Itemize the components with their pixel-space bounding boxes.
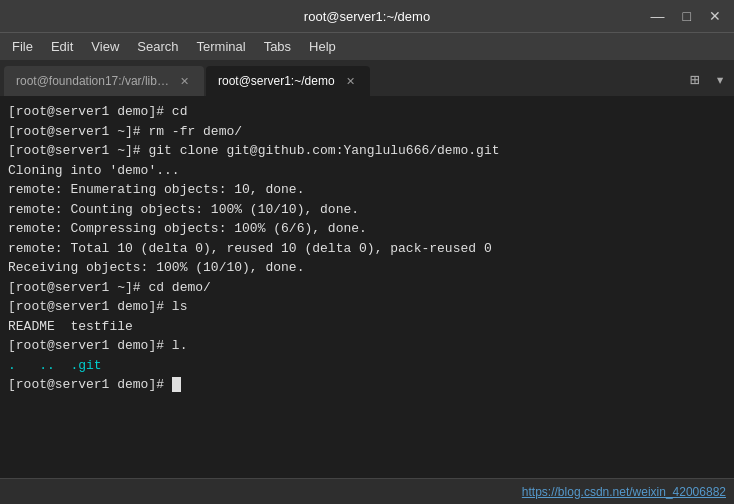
title-bar: root@server1:~/demo — □ ✕ xyxy=(0,0,734,32)
minimize-button[interactable]: — xyxy=(646,7,670,25)
maximize-button[interactable]: □ xyxy=(678,7,696,25)
status-bar: https://blog.csdn.net/weixin_42006882 xyxy=(0,478,734,504)
tab-foundation-label: root@foundation17:/var/lib/libvirt/i... xyxy=(16,74,169,88)
tab-bar: root@foundation17:/var/lib/libvirt/i... … xyxy=(0,60,734,96)
menu-tabs[interactable]: Tabs xyxy=(256,36,299,57)
tab-dropdown-icon[interactable]: ▾ xyxy=(710,68,730,92)
close-button[interactable]: ✕ xyxy=(704,7,726,25)
menu-view[interactable]: View xyxy=(83,36,127,57)
new-tab-icon[interactable]: ⊞ xyxy=(685,68,705,92)
menu-help[interactable]: Help xyxy=(301,36,344,57)
window-title: root@server1:~/demo xyxy=(304,9,430,24)
line-1: [root@server1 demo]# cd [root@server1 ~]… xyxy=(8,104,499,392)
tab-foundation[interactable]: root@foundation17:/var/lib/libvirt/i... … xyxy=(4,66,204,96)
menu-terminal[interactable]: Terminal xyxy=(189,36,254,57)
cursor-block xyxy=(172,377,181,392)
tab-demo[interactable]: root@server1:~/demo ✕ xyxy=(206,66,370,96)
menu-bar: File Edit View Search Terminal Tabs Help xyxy=(0,32,734,60)
cyan-line: . .. .git xyxy=(8,358,102,373)
status-link[interactable]: https://blog.csdn.net/weixin_42006882 xyxy=(522,485,726,499)
tab-foundation-close[interactable]: ✕ xyxy=(177,74,192,89)
menu-edit[interactable]: Edit xyxy=(43,36,81,57)
terminal-output[interactable]: [root@server1 demo]# cd [root@server1 ~]… xyxy=(0,96,734,478)
menu-search[interactable]: Search xyxy=(129,36,186,57)
tab-demo-close[interactable]: ✕ xyxy=(343,74,358,89)
tab-demo-label: root@server1:~/demo xyxy=(218,74,335,88)
menu-file[interactable]: File xyxy=(4,36,41,57)
